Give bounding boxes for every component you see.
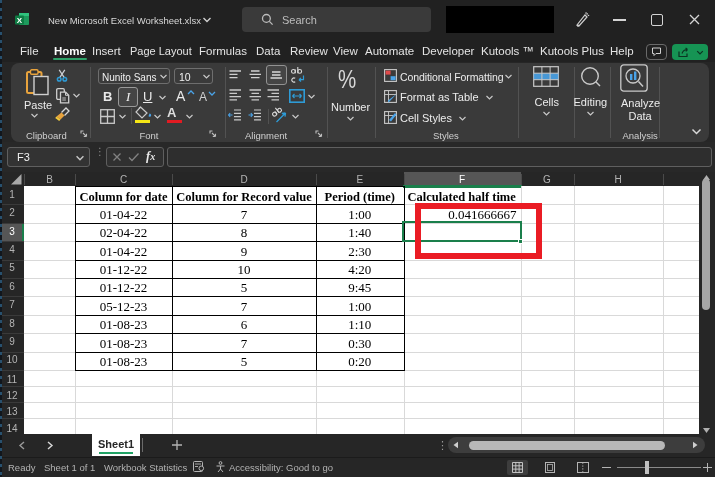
svg-text:X: X — [17, 16, 23, 25]
